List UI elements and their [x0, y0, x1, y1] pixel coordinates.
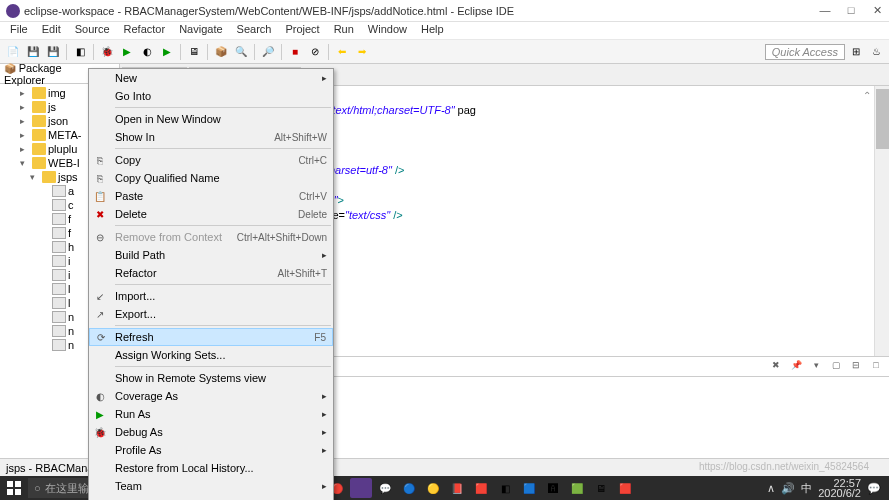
save-all-icon[interactable]: 💾	[44, 43, 62, 61]
tray-expand-icon[interactable]: ∧	[767, 482, 775, 495]
debug-icon[interactable]: 🐞	[98, 43, 116, 61]
console-open-icon[interactable]: ▢	[829, 360, 843, 374]
back-icon[interactable]: ⬅	[333, 43, 351, 61]
menu-item-new[interactable]: New▸	[89, 69, 333, 87]
menu-item-delete[interactable]: ✖DeleteDelete	[89, 205, 333, 223]
stop-icon[interactable]: ■	[286, 43, 304, 61]
window-title: eclipse-workspace - RBACManagerSystem/We…	[24, 5, 819, 17]
watermark: https://blog.csdn.net/weixin_45824564	[699, 461, 869, 472]
save-icon[interactable]: 💾	[24, 43, 42, 61]
menu-item-copy[interactable]: ⎘CopyCtrl+C	[89, 151, 333, 169]
run-last-icon[interactable]: ▶	[158, 43, 176, 61]
menu-item-go-into[interactable]: Go Into	[89, 87, 333, 105]
perspective-java-icon[interactable]: ♨	[867, 43, 885, 61]
notification-icon[interactable]: 💬	[867, 482, 881, 495]
start-button[interactable]	[2, 478, 26, 498]
quick-access[interactable]: Quick Access	[765, 44, 845, 60]
menu-file[interactable]: File	[4, 22, 34, 39]
editor-scrollbar[interactable]	[874, 86, 889, 356]
separator	[93, 44, 94, 60]
app-icon[interactable]: 🖥	[590, 478, 612, 498]
volume-icon[interactable]: 🔊	[781, 482, 795, 495]
menu-window[interactable]: Window	[362, 22, 413, 39]
menu-item-team[interactable]: Team▸	[89, 477, 333, 495]
clock-date[interactable]: 2020/6/2	[818, 488, 861, 498]
caret-indicator: ⌃	[863, 88, 871, 103]
app-icon[interactable]: ◧	[494, 478, 516, 498]
console-pin-icon[interactable]: 📌	[789, 360, 803, 374]
window-titlebar: eclipse-workspace - RBACManagerSystem/We…	[0, 0, 889, 22]
svg-rect-0	[7, 481, 13, 487]
forward-icon[interactable]: ➡	[353, 43, 371, 61]
menu-bar: FileEditSourceRefactorNavigateSearchProj…	[0, 22, 889, 40]
menu-item-show-in-remote-systems-view[interactable]: Show in Remote Systems view	[89, 369, 333, 387]
menu-item-coverage-as[interactable]: ◐Coverage As▸	[89, 387, 333, 405]
menu-item-restore-from-local-history-[interactable]: Restore from Local History...	[89, 459, 333, 477]
app-icon[interactable]: 🟦	[518, 478, 540, 498]
console-min-icon[interactable]: ⊟	[849, 360, 863, 374]
toggle-icon[interactable]: ◧	[71, 43, 89, 61]
menu-item-paste[interactable]: 📋PasteCtrl+V	[89, 187, 333, 205]
app-icon[interactable]: 🔵	[398, 478, 420, 498]
menu-item-open-in-new-window[interactable]: Open in New Window	[89, 110, 333, 128]
menu-refactor[interactable]: Refactor	[118, 22, 172, 39]
app-icon[interactable]: 🟥	[614, 478, 636, 498]
separator	[328, 44, 329, 60]
toolbar: 📄 💾 💾 ◧ 🐞 ▶ ◐ ▶ 🖥 📦 🔍 🔎 ■ ⊘ ⬅ ➡ Quick Ac…	[0, 40, 889, 64]
menu-item-refresh[interactable]: ⟳RefreshF5	[89, 328, 333, 346]
menu-project[interactable]: Project	[279, 22, 325, 39]
ime-icon[interactable]: 中	[801, 481, 812, 496]
app-icon[interactable]: 🟡	[422, 478, 444, 498]
menu-separator	[115, 366, 331, 367]
open-type-icon[interactable]: 🔍	[232, 43, 250, 61]
menu-item-assign-working-sets-[interactable]: Assign Working Sets...	[89, 346, 333, 364]
menu-source[interactable]: Source	[69, 22, 116, 39]
menu-item-build-path[interactable]: Build Path▸	[89, 246, 333, 264]
search-icon: ○	[34, 482, 41, 494]
separator	[254, 44, 255, 60]
package-explorer-label[interactable]: 📦 Package Explorer	[4, 62, 100, 86]
menu-separator	[115, 148, 331, 149]
app-icon[interactable]: 🅰	[542, 478, 564, 498]
search-icon[interactable]: 🔎	[259, 43, 277, 61]
menu-item-copy-qualified-name[interactable]: ⎘Copy Qualified Name	[89, 169, 333, 187]
separator	[66, 44, 67, 60]
app-icon[interactable]: 🟩	[566, 478, 588, 498]
separator	[207, 44, 208, 60]
eclipse-taskbar-icon[interactable]	[350, 478, 372, 498]
menu-separator	[115, 107, 331, 108]
console-display-icon[interactable]: ▾	[809, 360, 823, 374]
menu-item-show-in[interactable]: Show InAlt+Shift+W	[89, 128, 333, 146]
minimize-button[interactable]: —	[819, 4, 831, 17]
terminate-icon[interactable]: ⊘	[306, 43, 324, 61]
close-button[interactable]: ✕	[871, 4, 883, 17]
menu-help[interactable]: Help	[415, 22, 450, 39]
menu-search[interactable]: Search	[231, 22, 278, 39]
perspective-open-icon[interactable]: ⊞	[847, 43, 865, 61]
separator	[180, 44, 181, 60]
new-icon[interactable]: 📄	[4, 43, 22, 61]
menu-item-export-[interactable]: ↗Export...	[89, 305, 333, 323]
app-icon[interactable]: 🟥	[470, 478, 492, 498]
maximize-button[interactable]: □	[845, 4, 857, 17]
menu-item-refactor[interactable]: RefactorAlt+Shift+T	[89, 264, 333, 282]
menu-item-import-[interactable]: ↙Import...	[89, 287, 333, 305]
new-server-icon[interactable]: 🖥	[185, 43, 203, 61]
menu-separator	[115, 225, 331, 226]
coverage-icon[interactable]: ◐	[138, 43, 156, 61]
menu-run[interactable]: Run	[328, 22, 360, 39]
console-max-icon[interactable]: □	[869, 360, 883, 374]
wechat-icon[interactable]: 💬	[374, 478, 396, 498]
console-clear-icon[interactable]: ✖	[769, 360, 783, 374]
menu-item-run-as[interactable]: ▶Run As▸	[89, 405, 333, 423]
menu-item-profile-as[interactable]: Profile As▸	[89, 441, 333, 459]
menu-edit[interactable]: Edit	[36, 22, 67, 39]
menu-separator	[115, 284, 331, 285]
menu-item-compare-with[interactable]: Compare With▸	[89, 495, 333, 500]
menu-navigate[interactable]: Navigate	[173, 22, 228, 39]
run-icon[interactable]: ▶	[118, 43, 136, 61]
new-package-icon[interactable]: 📦	[212, 43, 230, 61]
app-icon[interactable]: 📕	[446, 478, 468, 498]
menu-item-debug-as[interactable]: 🐞Debug As▸	[89, 423, 333, 441]
menu-item-remove-from-context: ⊖Remove from ContextCtrl+Alt+Shift+Down	[89, 228, 333, 246]
